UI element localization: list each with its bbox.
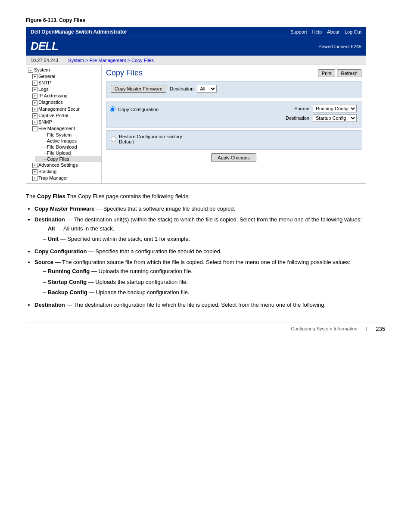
firmware-row: Copy Master Firmware Destination All Uni… <box>111 85 357 93</box>
restore-label-text: Restore Configuration Factory <box>119 134 182 139</box>
breadcrumb-bar: 10.27.54.243 System > File Management > … <box>26 56 366 65</box>
logo-bar: DELL PowerConnect 6248 <box>26 37 366 56</box>
sidebar-item-copy-files[interactable]: ─Copy Files <box>35 156 101 162</box>
nav-links: Support Help About Log Out <box>290 29 361 34</box>
logs-expand-icon[interactable]: + <box>32 87 37 92</box>
restore-config-radio[interactable] <box>111 137 116 142</box>
ip-expand-icon[interactable]: + <box>32 93 37 99</box>
nav-help[interactable]: Help <box>312 29 322 34</box>
doc-destination-bold: Destination <box>34 216 65 223</box>
doc-dest2-text: — The destination configuration file to … <box>66 302 326 308</box>
destination-label-1: Destination <box>170 86 193 91</box>
doc-intro: The Copy Files The Copy Files page conta… <box>26 192 385 201</box>
doc-item-firmware: Copy Master Firmware — Specifies that a … <box>34 205 385 214</box>
doc-intro-text: The Copy Files page contains the followi… <box>67 193 190 199</box>
mgmt-expand-icon[interactable]: + <box>32 107 37 112</box>
destination-label-2: Destination <box>286 115 309 121</box>
sidebar-item-mgmt-security[interactable]: +Management Secur <box>31 106 101 112</box>
diag-expand-icon[interactable]: + <box>32 100 37 106</box>
apply-btn-container: Apply Changes <box>106 153 361 162</box>
title-buttons: Print Refresh <box>318 69 361 77</box>
doc-firmware-bold: Copy Master Firmware <box>34 205 94 212</box>
doc-source-sub: Running Config — Uploads the running con… <box>43 267 385 297</box>
sidebar-item-sntp[interactable]: +SNTP <box>31 80 101 86</box>
page-title-bar: Copy Files Print Refresh <box>106 68 361 78</box>
sidebar-item-general[interactable]: +General <box>31 73 101 80</box>
sidebar-item-system[interactable]: −System <box>26 67 101 73</box>
general-expand-icon[interactable]: + <box>32 74 37 79</box>
product-name: PowerConnect 6248 <box>318 44 361 49</box>
footer-bar: Configuring System Information | 235 <box>26 323 385 332</box>
adv-expand-icon[interactable]: + <box>32 163 37 168</box>
doc-source-text: — The configuration source file from whi… <box>55 259 351 265</box>
sidebar-item-trap-manager[interactable]: +Trap Manager <box>31 175 101 181</box>
doc-copyconfig-bold: Copy Configuration <box>34 248 87 255</box>
right-panel: Copy Files Print Refresh Copy Master Fir… <box>102 65 366 183</box>
trap-expand-icon[interactable]: + <box>32 176 37 181</box>
breadcrumb-path: System > File Management > Copy Files <box>68 58 154 63</box>
source-row: Source Running Config Startup Config Bac… <box>162 105 357 112</box>
breadcrumb-ip: 10.27.54.243 <box>31 58 58 63</box>
nav-support[interactable]: Support <box>290 29 307 34</box>
source-label: Source <box>294 106 309 111</box>
system-collapse-icon[interactable]: − <box>28 68 33 73</box>
top-nav: Dell OpenManage Switch Administrator Sup… <box>26 27 366 37</box>
section-firmware: Copy Master Firmware Destination All Uni… <box>106 81 361 98</box>
file-management-tree: ─File System ─Active Images ─File Downlo… <box>31 132 101 162</box>
print-button[interactable]: Print <box>318 69 336 77</box>
doc-item-dest2: Destination — The destination configurat… <box>34 301 385 310</box>
doc-list: Copy Master Firmware — Specifies that a … <box>34 205 385 310</box>
copy-config-label: Copy Configuration <box>118 107 159 112</box>
stack-expand-icon[interactable]: + <box>32 169 37 174</box>
doc-item-destination: Destination — The destination unit(s) (w… <box>34 215 385 244</box>
apply-changes-button[interactable]: Apply Changes <box>211 153 256 162</box>
sidebar-item-file-upload[interactable]: ─File Upload <box>35 150 101 156</box>
copy-config-radio[interactable] <box>110 106 115 112</box>
sidebar-item-ip-addressing[interactable]: +IP Addressing <box>31 93 101 99</box>
section-config: Source Running Config Startup Config Bac… <box>106 101 361 128</box>
admin-frame: Dell OpenManage Switch Administrator Sup… <box>26 27 366 184</box>
sidebar-item-diagnostics[interactable]: +Diagnostics <box>31 99 101 106</box>
restore-config-label: Restore Configuration Factory Default <box>119 134 182 144</box>
sidebar-item-active-images[interactable]: ─Active Images <box>35 138 101 144</box>
doc-copyconfig-text: — Specifies that a configuration file sh… <box>88 248 221 255</box>
copy-master-firmware-button[interactable]: Copy Master Firmware <box>111 85 166 93</box>
doc-copyfiles-bold: Copy Files <box>37 193 65 199</box>
doc-body: The Copy Files The Copy Files page conta… <box>26 192 385 310</box>
doc-source-startup: Startup Config — Uploads the startup con… <box>43 278 385 287</box>
sidebar-item-logs[interactable]: +Logs <box>31 86 101 93</box>
doc-destination-sub: All — All units in the stack. Unit — Spe… <box>43 224 385 244</box>
sidebar-item-stacking[interactable]: +Stacking <box>31 168 101 175</box>
nav-logout[interactable]: Log Out <box>345 29 361 34</box>
doc-destination-unit: Unit — Specified unit within the stack, … <box>43 235 385 244</box>
snmp-expand-icon[interactable]: + <box>32 120 37 125</box>
sidebar-item-file-management[interactable]: −File Management <box>31 125 101 132</box>
sidebar-item-captive-portal[interactable]: +Captive Portal <box>31 112 101 119</box>
nav-about[interactable]: About <box>327 29 339 34</box>
main-content: −System +General +SNTP +Logs +IP Address… <box>26 65 366 183</box>
doc-item-copy-config: Copy Configuration — Specifies that a co… <box>34 247 385 256</box>
footer-section: Configuring System Information <box>291 326 357 331</box>
file-mgmt-collapse-icon[interactable]: − <box>32 126 37 131</box>
sidebar-tree: +General +SNTP +Logs +IP Addressing +Dia… <box>26 73 101 181</box>
sidebar: −System +General +SNTP +Logs +IP Address… <box>26 65 102 183</box>
doc-destination-all: All — All units in the stack. <box>43 224 385 233</box>
sidebar-item-file-download[interactable]: ─File Download <box>35 144 101 150</box>
destination-select-2[interactable]: Startup Config Running Config Backup Con… <box>313 114 357 122</box>
refresh-button[interactable]: Refresh <box>337 69 361 77</box>
app-title: Dell OpenManage Switch Administrator <box>31 29 127 35</box>
sidebar-item-advanced-settings[interactable]: +Advanced Settings <box>31 162 101 168</box>
destination-row-2: Destination Startup Config Running Confi… <box>162 114 357 122</box>
sidebar-item-file-system[interactable]: ─File System <box>35 132 101 138</box>
doc-item-source: Source — The configuration source file f… <box>34 258 385 297</box>
figure-label: Figure 6-113. Copy Files <box>26 17 385 23</box>
restore-radio-row: Restore Configuration Factory Default <box>111 134 357 144</box>
destination-select-1[interactable]: All Unit <box>197 85 217 93</box>
dell-logo: DELL <box>31 40 58 53</box>
sntp-expand-icon[interactable]: + <box>32 81 37 86</box>
captive-expand-icon[interactable]: + <box>32 113 37 118</box>
sidebar-item-snmp[interactable]: +SNMP <box>31 119 101 125</box>
source-select[interactable]: Running Config Startup Config Backup Con… <box>313 105 357 112</box>
doc-source-backup: Backup Config — Uploads the backup confi… <box>43 288 385 297</box>
footer-separator: | <box>366 326 367 331</box>
